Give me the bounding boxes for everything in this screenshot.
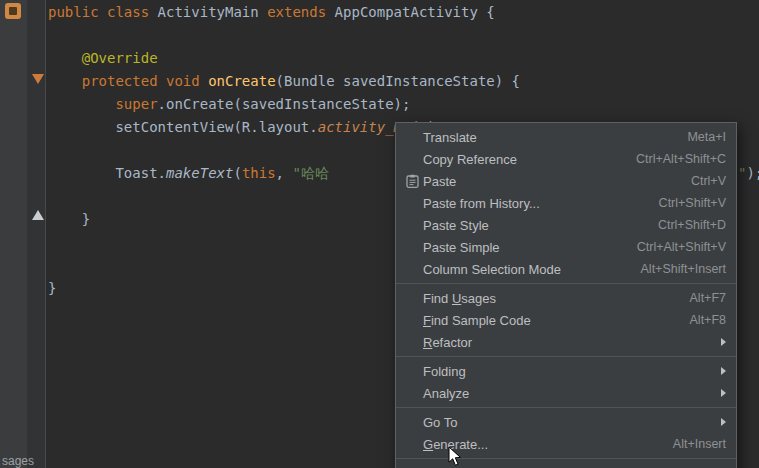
menu-item-label: Column Selection Mode <box>423 262 561 277</box>
menu-item-shortcut: Meta+I <box>687 130 726 144</box>
menu-separator <box>396 283 736 284</box>
menu-item-paste-from-history[interactable]: Paste from History...Ctrl+Shift+V <box>396 192 736 214</box>
menu-item-shortcut: Ctrl+V <box>691 174 726 188</box>
tool-window-stripe <box>0 0 27 468</box>
menu-item-column-selection-mode[interactable]: Column Selection ModeAlt+Shift+Insert <box>396 258 736 280</box>
code-line <box>48 24 759 47</box>
code-tail-fragment: "); <box>738 162 759 185</box>
fold-marker-down[interactable] <box>32 74 44 84</box>
mouse-cursor-icon <box>448 446 462 468</box>
menu-item-shortcut: Ctrl+Shift+V <box>659 196 726 210</box>
menu-item-paste[interactable]: PasteCtrl+V <box>396 170 736 192</box>
menu-item-go-to[interactable]: Go To <box>396 411 736 433</box>
tool-window-button-messages[interactable]: sages <box>2 454 34 468</box>
menu-item-shortcut: Ctrl+Shift+D <box>658 218 726 232</box>
menu-item-analyze[interactable]: Analyze <box>396 382 736 404</box>
menu-separator <box>396 458 736 459</box>
code-line: @Override <box>48 47 759 70</box>
context-menu: TranslateMeta+ICopy ReferenceCtrl+Alt+Sh… <box>395 122 737 468</box>
editor-gutter[interactable] <box>27 0 46 468</box>
code-line: public class ActivityMain extends AppCom… <box>48 1 759 24</box>
menu-item-label: Paste Simple <box>423 240 500 255</box>
menu-item-find-sample-code[interactable]: Find Sample CodeAlt+F8 <box>396 309 736 331</box>
code-line: super.onCreate(savedInstanceState); <box>48 93 759 116</box>
menu-item-label: Find Usages <box>423 291 496 306</box>
menu-separator <box>396 356 736 357</box>
menu-item-shortcut: Alt+Shift+Insert <box>641 262 726 276</box>
menu-item-label: Paste from History... <box>423 196 540 211</box>
paste-icon <box>401 174 423 188</box>
menu-item-label: Translate <box>423 130 477 145</box>
menu-item-label: Analyze <box>423 386 469 401</box>
menu-item-shortcut: Alt+Insert <box>673 437 726 451</box>
submenu-arrow-icon <box>721 338 726 346</box>
menu-item-shortcut: Ctrl+Alt+Shift+C <box>636 152 726 166</box>
menu-item-label: Paste <box>423 174 456 189</box>
submenu-arrow-icon <box>721 367 726 375</box>
menu-item-refactor[interactable]: Refactor <box>396 331 736 353</box>
menu-item-shortcut: Alt+F7 <box>690 291 726 305</box>
menu-item-shortcut: Alt+F8 <box>690 313 726 327</box>
menu-item-label: Go To <box>423 415 457 430</box>
menu-item-label: Refactor <box>423 335 472 350</box>
menu-item-paste-simple[interactable]: Paste SimpleCtrl+Alt+Shift+V <box>396 236 736 258</box>
menu-item-folding[interactable]: Folding <box>396 360 736 382</box>
menu-item-copy-reference[interactable]: Copy ReferenceCtrl+Alt+Shift+C <box>396 148 736 170</box>
menu-item-partial-run[interactable]: Ctrl+Shift+F10 <box>396 462 736 468</box>
menu-item-shortcut: Ctrl+Alt+Shift+V <box>637 240 726 254</box>
menu-item-label: Folding <box>423 364 466 379</box>
code-line: protected void onCreate(Bundle savedInst… <box>48 70 759 93</box>
menu-item-find-usages[interactable]: Find UsagesAlt+F7 <box>396 287 736 309</box>
menu-item-label: Find Sample Code <box>423 313 531 328</box>
menu-item-translate[interactable]: TranslateMeta+I <box>396 126 736 148</box>
menu-separator <box>396 407 736 408</box>
menu-item-label: Paste Style <box>423 218 489 233</box>
submenu-arrow-icon <box>721 389 726 397</box>
menu-item-generate[interactable]: Generate...Alt+Insert <box>396 433 736 455</box>
fold-marker-up[interactable] <box>32 210 44 220</box>
menu-item-paste-style[interactable]: Paste StyleCtrl+Shift+D <box>396 214 736 236</box>
class-file-icon[interactable] <box>5 3 21 19</box>
submenu-arrow-icon <box>721 418 726 426</box>
menu-item-label: Copy Reference <box>423 152 517 167</box>
